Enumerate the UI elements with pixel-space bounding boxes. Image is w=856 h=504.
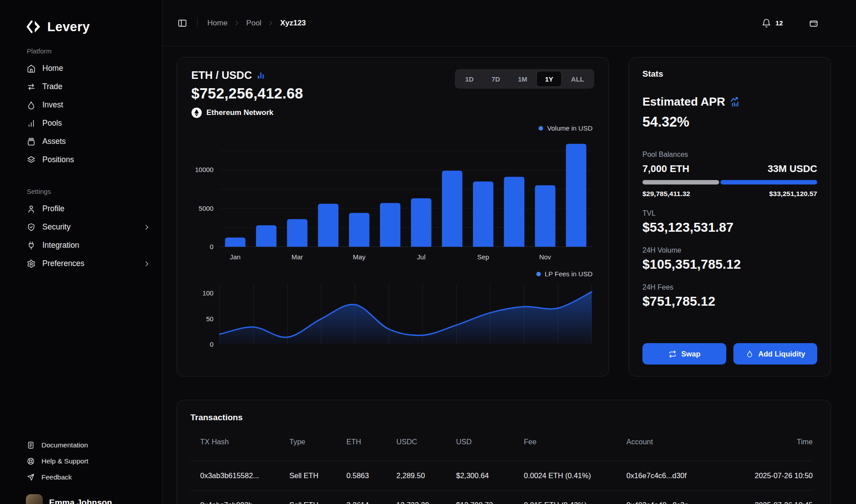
- topbar-actions: 12: [761, 18, 819, 28]
- preferences-icon: [27, 259, 36, 268]
- user-name: Emma Johnson: [49, 498, 112, 504]
- sidebar-section-settings: Settings: [0, 188, 162, 195]
- brand-logo[interactable]: Levery: [0, 0, 162, 35]
- levery-logo-icon: [26, 19, 42, 35]
- svg-text:10000: 10000: [195, 166, 214, 173]
- positions-icon: [27, 156, 36, 164]
- wallet-icon[interactable]: [809, 18, 819, 28]
- stats-card: Stats Estimated APR 54.32% Pool Balances…: [629, 57, 831, 377]
- tx-account[interactable]: 0x403c4a48...9c3e: [626, 501, 742, 504]
- chart-bars-icon: [256, 71, 265, 80]
- droplet-icon: [745, 350, 754, 358]
- sidebar-item-preferences[interactable]: Preferences: [0, 254, 162, 273]
- chevron-right-icon: [143, 260, 150, 267]
- transactions-title: Transactions: [190, 413, 813, 422]
- sidebar-item-label: Preferences: [42, 259, 84, 268]
- range-button-1d[interactable]: 1D: [457, 71, 482, 87]
- help-icon: [27, 457, 35, 465]
- pool-pair-title: ETH / USDC: [191, 69, 252, 82]
- sidebar-item-positions[interactable]: Positions: [0, 151, 162, 169]
- svg-text:5000: 5000: [199, 205, 214, 212]
- sidebar-item-label: Security: [42, 222, 70, 232]
- tx-hash[interactable]: 0x4abc7ab893b...: [200, 501, 289, 504]
- time-range-selector: 1D 7D 1M 1Y ALL: [455, 69, 594, 89]
- breadcrumb-pool[interactable]: Pool: [246, 19, 261, 28]
- user-menu[interactable]: Emma Johnson: [26, 494, 112, 504]
- sidebar-item-label: Feedback: [41, 473, 72, 481]
- tx-usd: $12,798.73: [456, 501, 524, 504]
- svg-text:0: 0: [210, 243, 214, 250]
- sidebar-item-label: Pools: [42, 119, 62, 128]
- table-row[interactable]: 0x3ab3b615582... Sell ETH 0.5863 2,289.5…: [190, 461, 813, 490]
- sidebar: Levery Platform Home Trade Invest Pools …: [0, 0, 162, 504]
- tx-account[interactable]: 0x16e7c4c6...d30f: [626, 471, 742, 480]
- sidebar-item-security[interactable]: Security: [0, 218, 162, 236]
- eth-balance: 7,000 ETH: [642, 163, 689, 175]
- svg-text:0: 0: [210, 340, 214, 348]
- lp-fees-area-chart: 050100: [191, 280, 594, 354]
- sidebar-item-documentation[interactable]: Documentation: [0, 437, 162, 453]
- sidebar-item-trade[interactable]: Trade: [0, 78, 162, 96]
- feedback-icon: [27, 473, 35, 481]
- range-button-1m[interactable]: 1M: [510, 71, 536, 87]
- volume-legend: Volume in USD: [191, 124, 593, 132]
- column-account: Account: [626, 438, 742, 446]
- pool-balance-ratio-bar: [642, 180, 817, 184]
- svg-text:May: May: [353, 253, 366, 261]
- column-eth: ETH: [346, 438, 396, 446]
- fees-24h-value: $751,785.12: [642, 294, 817, 309]
- sidebar-item-profile[interactable]: Profile: [0, 200, 162, 218]
- tx-hash[interactable]: 0x3ab3b615582...: [200, 471, 289, 480]
- swap-button[interactable]: Swap: [642, 343, 726, 365]
- apr-label: Estimated APR: [642, 95, 725, 109]
- column-time: Time: [742, 438, 813, 446]
- svg-text:Sep: Sep: [477, 253, 489, 261]
- breadcrumb-current: Xyz123: [280, 19, 306, 28]
- volume-24h-label: 24H Volume: [642, 246, 817, 254]
- usdc-balance: 33M USDC: [768, 163, 817, 175]
- sidebar-item-pools[interactable]: Pools: [0, 114, 162, 132]
- svg-text:Jul: Jul: [417, 253, 425, 261]
- main-content: ETH / USDC $752,256,412.68: [162, 46, 856, 504]
- sidebar-item-feedback[interactable]: Feedback: [0, 469, 162, 485]
- svg-text:Nov: Nov: [539, 253, 551, 261]
- range-button-1y[interactable]: 1Y: [536, 71, 561, 87]
- eth-balance-usd: $29,785,411.32: [642, 190, 690, 198]
- tx-time: 2025-07-26 10:45: [742, 501, 813, 504]
- usdc-balance-usd: $33,251,120.57: [769, 190, 817, 198]
- breadcrumb: Home Pool Xyz123: [207, 19, 306, 28]
- table-row[interactable]: 0x4abc7ab893b... Sell ETH 3.2614 12,733.…: [190, 490, 813, 504]
- column-fee: Fee: [524, 438, 626, 446]
- sidebar-section-platform: Platform: [0, 47, 162, 55]
- volume-bar-chart: 0500010000JanMarMayJulSepNov: [191, 135, 594, 264]
- network-name: Ethereum Network: [206, 108, 273, 117]
- pool-balance-eth-bar: [642, 180, 719, 184]
- notification-count: 12: [775, 19, 783, 27]
- sidebar-item-home[interactable]: Home: [0, 59, 162, 78]
- range-button-7d[interactable]: 7D: [483, 71, 508, 87]
- column-tx-hash: TX Hash: [200, 438, 289, 446]
- svg-text:50: 50: [206, 315, 214, 323]
- sidebar-item-assets[interactable]: Assets: [0, 132, 162, 151]
- sidebar-item-invest[interactable]: Invest: [0, 96, 162, 114]
- integration-icon: [27, 241, 36, 250]
- topbar: Home Pool Xyz123 12: [162, 0, 856, 46]
- sidebar-toggle-icon[interactable]: [177, 18, 187, 28]
- documentation-icon: [27, 441, 35, 449]
- tvl-label: TVL: [642, 209, 817, 217]
- range-button-all[interactable]: ALL: [563, 71, 593, 87]
- breadcrumb-home[interactable]: Home: [207, 19, 227, 28]
- sidebar-item-integration[interactable]: Integration: [0, 236, 162, 254]
- tx-usdc: 2,289.50: [396, 471, 456, 480]
- notifications-button[interactable]: 12: [761, 18, 783, 28]
- add-liquidity-button[interactable]: Add Liquidity: [733, 343, 817, 365]
- tx-type: Sell ETH: [289, 471, 346, 480]
- sidebar-item-label: Integration: [42, 241, 79, 250]
- sidebar-item-label: Help & Support: [41, 457, 88, 465]
- column-usdc: USDC: [396, 438, 456, 446]
- chevron-right-icon: [234, 20, 240, 26]
- trending-up-icon: [729, 97, 740, 107]
- sidebar-item-help[interactable]: Help & Support: [0, 453, 162, 469]
- home-icon: [27, 64, 36, 73]
- pool-chart-card: ETH / USDC $752,256,412.68: [177, 57, 609, 377]
